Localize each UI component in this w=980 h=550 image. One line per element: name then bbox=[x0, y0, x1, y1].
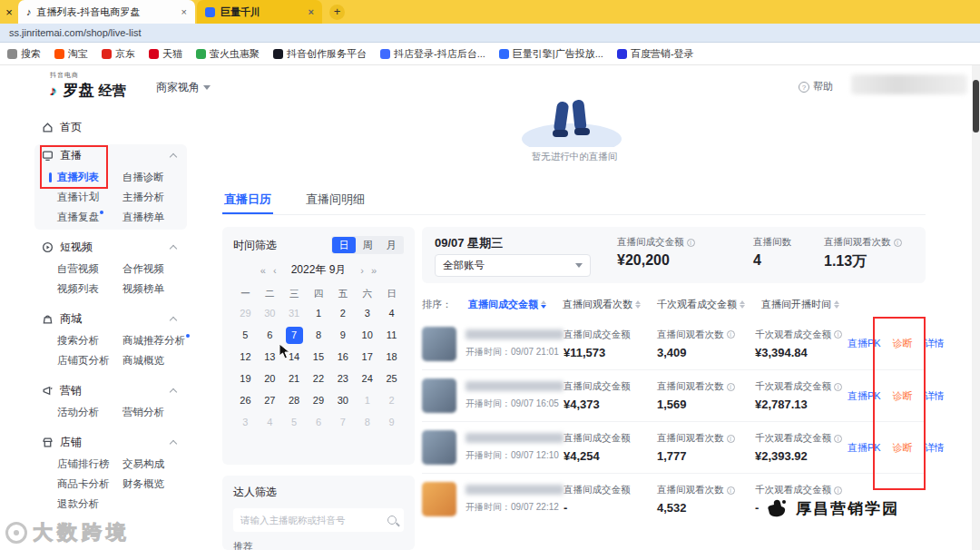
sidebar-item-商城概览[interactable]: 商城概览 bbox=[122, 351, 201, 369]
sidebar-item-营销分析[interactable]: 营销分析 bbox=[122, 403, 201, 421]
calendar-day[interactable]: 27 bbox=[258, 391, 282, 410]
calendar-day[interactable]: 30 bbox=[330, 391, 355, 410]
bookmark-item[interactable]: 抖店登录-抖店后台... bbox=[380, 47, 485, 61]
bookmark-item[interactable]: 淘宝 bbox=[54, 47, 88, 61]
sidebar-section-header-video[interactable]: 短视频 bbox=[42, 236, 185, 258]
info-icon[interactable]: i bbox=[834, 383, 842, 391]
sidebar-item-自营视频[interactable]: 自营视频 bbox=[57, 260, 122, 278]
bookmark-item[interactable]: 抖音创作服务平台 bbox=[273, 47, 367, 61]
info-icon[interactable]: i bbox=[727, 435, 735, 443]
window-close-icon[interactable]: × bbox=[0, 5, 18, 19]
info-icon[interactable]: i bbox=[834, 330, 842, 339]
compass-logo[interactable]: 抖音电商 ♪ 罗盘 经营 bbox=[50, 71, 126, 101]
calendar-mode-日[interactable]: 日 bbox=[332, 237, 356, 253]
bookmark-item[interactable]: 京东 bbox=[102, 47, 135, 61]
sort-option-千次观看成交金额[interactable]: 千次观看成交金额 bbox=[657, 298, 745, 311]
page-scrollbar[interactable] bbox=[972, 65, 980, 550]
sidebar-item-财务概览[interactable]: 财务概览 bbox=[122, 475, 201, 493]
tab-直播间明细[interactable]: 直播间明细 bbox=[304, 185, 367, 214]
calendar-day[interactable]: 7 bbox=[330, 413, 355, 432]
calendar-day[interactable]: 2 bbox=[379, 391, 404, 410]
sidebar-section-header-live[interactable]: 直播 bbox=[42, 144, 185, 166]
sidebar-item-视频榜单[interactable]: 视频榜单 bbox=[122, 280, 201, 298]
calendar-day[interactable]: 21 bbox=[282, 369, 307, 388]
help-button[interactable]: ? 帮助 bbox=[799, 80, 833, 93]
info-icon[interactable]: i bbox=[834, 486, 842, 495]
calendar-day[interactable]: 20 bbox=[258, 369, 282, 388]
详情-link[interactable]: 详情 bbox=[925, 441, 945, 455]
calendar-day[interactable]: 16 bbox=[330, 348, 355, 367]
scrollbar-thumb[interactable] bbox=[973, 80, 979, 133]
sidebar-item-主播分析[interactable]: 主播分析 bbox=[122, 188, 187, 206]
sidebar-item-交易构成[interactable]: 交易构成 bbox=[122, 455, 201, 473]
next-year-button[interactable]: » bbox=[371, 265, 377, 276]
calendar-day[interactable]: 19 bbox=[233, 369, 258, 388]
calendar-day[interactable]: 6 bbox=[307, 413, 331, 432]
详情-link[interactable]: 详情 bbox=[925, 389, 945, 403]
sidebar-section-header-shop[interactable]: 店铺 bbox=[42, 431, 185, 453]
calendar-day[interactable]: 23 bbox=[330, 369, 355, 388]
calendar-day[interactable]: 5 bbox=[282, 413, 307, 432]
calendar-day[interactable]: 5 bbox=[233, 326, 258, 345]
tab-直播日历[interactable]: 直播日历 bbox=[222, 185, 273, 214]
info-icon[interactable]: i bbox=[727, 330, 735, 339]
info-icon[interactable]: i bbox=[727, 486, 735, 495]
诊断-link[interactable]: 诊断 bbox=[893, 389, 913, 403]
account-select[interactable]: 全部账号 bbox=[435, 254, 591, 277]
sidebar-section-header-mall[interactable]: 商城 bbox=[42, 308, 185, 329]
直播PK-link[interactable]: 直播PK bbox=[848, 441, 881, 455]
calendar-mode-周[interactable]: 周 bbox=[356, 237, 379, 253]
info-icon[interactable]: i bbox=[834, 435, 842, 443]
直播PK-link[interactable]: 直播PK bbox=[848, 389, 881, 403]
calendar-day[interactable]: 8 bbox=[355, 413, 379, 432]
info-icon[interactable]: i bbox=[894, 239, 902, 247]
bookmark-item[interactable]: 萤火虫惠聚 bbox=[196, 47, 260, 61]
sidebar-item-直播榜单[interactable]: 直播榜单 bbox=[122, 208, 187, 226]
tab-close-icon[interactable]: × bbox=[309, 6, 314, 17]
sidebar-item-活动分析[interactable]: 活动分析 bbox=[57, 403, 122, 421]
sidebar-item-合作视频[interactable]: 合作视频 bbox=[122, 260, 201, 278]
calendar-day[interactable]: 15 bbox=[307, 348, 331, 367]
calendar-day[interactable]: 6 bbox=[258, 326, 282, 345]
bookmark-item[interactable]: 天猫 bbox=[149, 47, 182, 61]
prev-year-button[interactable]: « bbox=[260, 265, 266, 276]
sidebar-section-header-marketing[interactable]: 营销 bbox=[42, 379, 185, 401]
calendar-day[interactable]: 9 bbox=[330, 326, 355, 345]
account-info-blurred[interactable] bbox=[851, 74, 967, 94]
calendar-day[interactable]: 1 bbox=[307, 304, 331, 323]
calendar-day-selected[interactable]: 7 bbox=[282, 326, 307, 345]
sidebar-item-直播计划[interactable]: 直播计划 bbox=[57, 188, 122, 206]
sidebar-item-店铺页分析[interactable]: 店铺页分析 bbox=[57, 351, 122, 369]
calendar-day[interactable]: 11 bbox=[379, 326, 404, 345]
bookmark-item[interactable]: 巨量引擎|广告投放... bbox=[499, 47, 603, 61]
search-icon[interactable] bbox=[387, 516, 397, 525]
calendar-day[interactable]: 1 bbox=[355, 391, 379, 410]
诊断-link[interactable]: 诊断 bbox=[893, 441, 913, 455]
calendar-day[interactable]: 28 bbox=[282, 391, 307, 410]
calendar-mode-月[interactable]: 月 bbox=[379, 237, 403, 253]
browser-tab[interactable]: ♪直播列表-抖音电商罗盘× bbox=[18, 0, 195, 24]
prev-month-button[interactable]: ‹ bbox=[273, 265, 277, 276]
calendar-day[interactable]: 18 bbox=[379, 348, 404, 367]
诊断-link[interactable]: 诊断 bbox=[893, 337, 913, 350]
bookmark-item[interactable]: 搜索 bbox=[7, 47, 41, 61]
browser-tab[interactable]: 巨量千川× bbox=[197, 0, 322, 24]
calendar-day[interactable]: 26 bbox=[233, 391, 258, 410]
sidebar-item-视频列表[interactable]: 视频列表 bbox=[57, 280, 122, 298]
tab-close-icon[interactable]: × bbox=[181, 6, 187, 17]
info-icon[interactable]: i bbox=[687, 239, 695, 247]
sidebar-item-店铺排行榜[interactable]: 店铺排行榜 bbox=[57, 455, 122, 473]
calendar-day[interactable]: 8 bbox=[307, 326, 331, 345]
sort-option-直播间成交金额[interactable]: 直播间成交金额 bbox=[468, 298, 546, 311]
calendar-day[interactable]: 12 bbox=[233, 348, 258, 367]
sidebar-item-商品卡分析[interactable]: 商品卡分析 bbox=[57, 475, 122, 493]
new-tab-button[interactable]: + bbox=[329, 5, 345, 20]
calendar-day[interactable]: 29 bbox=[307, 391, 331, 410]
sidebar-item-商城推荐分析[interactable]: 商城推荐分析 bbox=[122, 331, 201, 349]
calendar-day[interactable]: 3 bbox=[233, 413, 258, 432]
calendar-day[interactable]: 25 bbox=[379, 369, 404, 388]
详情-link[interactable]: 详情 bbox=[925, 337, 945, 350]
calendar-day[interactable]: 17 bbox=[355, 348, 379, 367]
sort-option-直播间开播时间[interactable]: 直播间开播时间 bbox=[761, 298, 839, 311]
sort-option-直播间观看次数[interactable]: 直播间观看次数 bbox=[563, 298, 641, 311]
